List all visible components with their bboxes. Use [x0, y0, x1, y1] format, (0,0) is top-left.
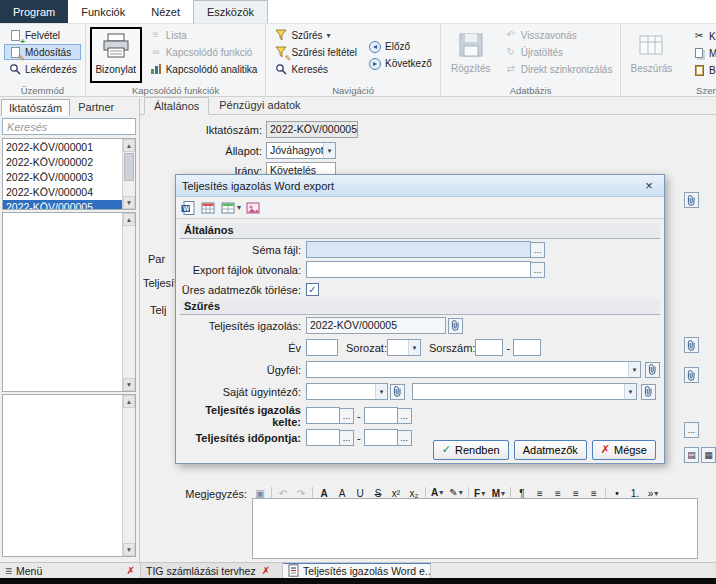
kelte-from-input[interactable] — [306, 407, 340, 424]
megjegyzes-textarea[interactable] — [252, 498, 698, 559]
browse-sema-button[interactable]: ... — [530, 242, 545, 258]
idopont-from-input[interactable] — [306, 429, 340, 446]
date-picker-button[interactable]: ... — [397, 430, 412, 446]
dialog-titlebar[interactable]: Teljesítés igazolás Word export × — [176, 175, 664, 197]
iktatoszam-field[interactable]: 2022-KÖV/000005 — [266, 121, 358, 138]
close-tab-icon[interactable]: ✗ — [262, 565, 270, 576]
beillesztes-button[interactable]: Beillesztés — [688, 62, 716, 78]
search-input[interactable] — [2, 118, 136, 135]
list-item-selected[interactable]: 2022-KÖV/000005 — [3, 200, 122, 209]
sorozat-combo[interactable]: ▾ — [387, 339, 421, 356]
scroll-track[interactable] — [123, 226, 135, 378]
scroll-thumb[interactable] — [124, 153, 134, 181]
cancel-button[interactable]: ✗ Mégse — [592, 440, 656, 460]
ujratoltes-button[interactable]: ↻ Újratöltés — [500, 44, 617, 60]
scroll-down-icon[interactable]: ▼ — [123, 543, 135, 556]
allapot-combo[interactable]: Jóváhagyott ▾ — [266, 142, 336, 159]
ugyfel-combo[interactable]: ▾ — [306, 361, 641, 378]
chevron-down-icon[interactable]: ▾ — [408, 340, 420, 355]
attachment-button[interactable] — [684, 192, 699, 208]
kelte-to-input[interactable] — [364, 407, 398, 424]
tool-button[interactable]: ▦ — [701, 447, 716, 463]
date-picker-button[interactable]: ... — [339, 408, 354, 424]
list-item[interactable]: 2022-KÖV/000001 — [3, 140, 122, 155]
attachment-button[interactable] — [684, 337, 699, 353]
modositas-button[interactable]: ✎ Módosítás — [4, 44, 81, 60]
idopont-to-input[interactable] — [364, 429, 398, 446]
sorszam-to-input[interactable] — [513, 339, 541, 356]
date-picker-button[interactable]: ... — [397, 408, 412, 424]
beszuras-button[interactable]: Beszúrás — [625, 27, 677, 83]
sorszam-from-input[interactable] — [475, 339, 503, 356]
tab-penzugyi-adatok[interactable]: Pénzügyi adatok — [209, 96, 310, 114]
browse-button[interactable]: ... — [684, 422, 699, 438]
menu-program[interactable]: Program — [0, 0, 68, 23]
scroll-down-icon[interactable]: ▼ — [123, 196, 135, 209]
attachment-button[interactable] — [645, 362, 660, 378]
ok-button[interactable]: ✓ Rendben — [433, 440, 509, 460]
table-export-icon[interactable] — [200, 200, 216, 216]
word-export-icon[interactable]: W — [180, 200, 196, 216]
sajat-ugyintezo-combo2[interactable]: ▾ — [412, 383, 637, 400]
kivagas-button[interactable]: ✂ Kivágás — [688, 28, 716, 44]
menu-panel-tab[interactable]: ≡ Menü ✗ — [0, 563, 141, 578]
tab-iktatoszam[interactable]: Iktatószám — [1, 99, 70, 116]
list-item[interactable]: 2022-KÖV/000003 — [3, 170, 122, 185]
attachment-button[interactable] — [641, 384, 656, 400]
lekerdezes-button[interactable]: Lekérdezés — [4, 61, 81, 77]
chevron-down-icon[interactable]: ▾ — [237, 203, 241, 212]
chevron-down-icon[interactable]: ▾ — [323, 143, 335, 158]
lista-button[interactable]: ≡ Lista — [145, 27, 262, 43]
date-picker-button[interactable]: ... — [339, 430, 354, 446]
szures-button[interactable]: Szűrés ▾ — [270, 27, 361, 43]
scroll-up-icon[interactable]: ▲ — [123, 139, 135, 152]
visszavonas-button[interactable]: ↶ Visszavonás — [500, 27, 617, 43]
list-item[interactable]: 2022-KÖV/000004 — [3, 185, 122, 200]
sajat-ugyintezo-combo[interactable]: ▾ — [306, 383, 388, 400]
kereses-button[interactable]: Keresés — [270, 61, 361, 77]
scroll-track[interactable] — [123, 408, 135, 543]
szuresi-feltetel-button[interactable]: ✎ Szűrési feltétel — [270, 44, 361, 60]
chevron-down-icon[interactable]: ▾ — [624, 384, 636, 399]
kovetkezo-button[interactable]: ▸ Következő — [364, 56, 436, 72]
chevron-down-icon[interactable]: ▾ — [375, 384, 387, 399]
browse-utvonal-button[interactable]: ... — [530, 262, 545, 278]
ev-input[interactable] — [306, 339, 338, 356]
tertiary-list-scrollbar[interactable]: ▲ ▼ — [122, 395, 135, 556]
kapcsolodo-analitika-button[interactable]: Kapcsolódó analitika — [145, 61, 262, 77]
attachment-button[interactable] — [684, 367, 699, 383]
teljesites-igazolas-field[interactable]: 2022-KÖV/000005 — [306, 317, 446, 334]
kapcsolodo-funkcio-button[interactable]: ∞ Kapcsolódó funkció — [145, 44, 262, 60]
scroll-up-icon[interactable]: ▲ — [123, 213, 135, 226]
record-list-scrollbar[interactable]: ▲ ▼ — [122, 139, 135, 209]
scroll-track[interactable] — [123, 152, 135, 196]
close-menu-icon[interactable]: ✗ — [127, 565, 135, 576]
menu-funkciok[interactable]: Funkciók — [68, 0, 138, 23]
sema-fajl-input[interactable] — [306, 241, 531, 258]
masolas-button[interactable]: Másolás — [688, 45, 716, 61]
menu-eszkozok[interactable]: Eszközök — [193, 0, 268, 23]
export-utvonal-input[interactable] — [306, 261, 531, 278]
rogzites-button[interactable]: Rögzítés — [445, 27, 497, 83]
tab-partner[interactable]: Partner — [70, 98, 122, 116]
attachment-button[interactable] — [448, 318, 463, 334]
ures-adatmezok-checkbox[interactable]: ✓ — [306, 283, 319, 296]
elozo-button[interactable]: ◂ Előző — [364, 39, 436, 55]
list-item[interactable]: 2022-KÖV/000002 — [3, 155, 122, 170]
document-tab-word-export[interactable]: Teljesítés igazolás Word e... — [283, 563, 431, 578]
scroll-down-icon[interactable]: ▼ — [123, 378, 135, 391]
adatmezok-button[interactable]: Adatmezők — [514, 440, 587, 460]
chevron-down-icon[interactable]: ▾ — [628, 362, 640, 377]
menu-nezet[interactable]: Nézet — [138, 0, 193, 23]
close-icon[interactable]: × — [640, 178, 658, 194]
image-export-icon[interactable] — [245, 200, 261, 216]
bizonylat-button[interactable]: Bizonylat — [90, 27, 142, 83]
tool-button[interactable]: ▤ — [684, 447, 699, 463]
tab-altalanos[interactable]: Általános — [144, 97, 209, 115]
direkt-szinkronizalas-button[interactable]: ⇄ Direkt szinkronizálás — [500, 61, 617, 77]
document-tab-tig[interactable]: TIG számlázási tervhez ✗ — [141, 563, 283, 578]
felvetel-button[interactable]: + Felvétel — [4, 27, 81, 43]
template-export-icon[interactable]: ▾ — [220, 200, 241, 216]
secondary-list-scrollbar[interactable]: ▲ ▼ — [122, 213, 135, 391]
attachment-button[interactable] — [390, 384, 405, 400]
